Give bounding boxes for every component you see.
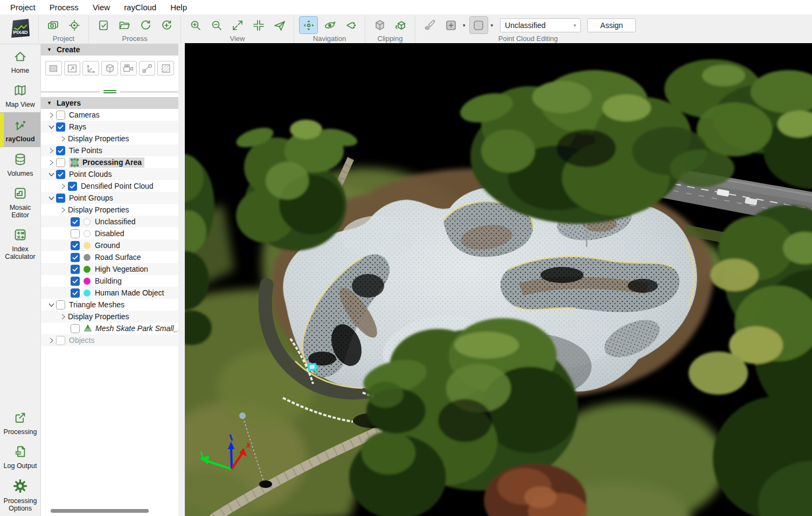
visibility-checkbox[interactable] <box>56 111 65 120</box>
layer-row-densified-point-cloud[interactable]: Densified Point Cloud <box>41 180 178 192</box>
process-check-button[interactable] <box>94 16 113 34</box>
sidebar-item-map-view[interactable]: Map View <box>0 78 40 112</box>
layer-row-human-made-object[interactable]: Human Made Object <box>41 287 178 299</box>
layer-row-ground[interactable]: Ground <box>41 239 178 251</box>
layer-row-unclassified[interactable]: Unclassified <box>41 216 178 228</box>
zoom-in-button[interactable] <box>186 16 205 34</box>
chevron-down-icon[interactable] <box>47 123 56 130</box>
select-rect-button[interactable] <box>469 16 488 34</box>
layer-row-point-groups[interactable]: Point Groups <box>41 192 178 204</box>
chevron-right-icon[interactable] <box>47 337 56 344</box>
layer-row-building[interactable]: Building <box>41 275 178 287</box>
chevron-right-icon[interactable] <box>59 207 68 214</box>
menu-item-process[interactable]: Process <box>43 1 86 14</box>
zoom-out-button[interactable] <box>207 16 226 34</box>
layer-row-objects[interactable]: Objects <box>41 334 178 346</box>
layer-row-triangle-meshes[interactable]: Triangle Meshes <box>41 299 178 311</box>
create-tool-c-polyline-button[interactable] <box>139 61 156 75</box>
layers-panel-header[interactable]: ▼ Layers <box>41 97 178 109</box>
gcp-marker[interactable] <box>307 363 317 371</box>
select-plus-button[interactable] <box>441 16 460 34</box>
visibility-checkbox[interactable] <box>68 182 77 191</box>
select-plus-dropdown-arrow-icon[interactable]: ▾ <box>462 23 467 28</box>
visibility-checkbox[interactable] <box>71 288 80 298</box>
create-tool-c-surface-button[interactable] <box>157 61 174 75</box>
visibility-checkbox[interactable] <box>71 253 80 262</box>
expand-button[interactable] <box>228 16 247 34</box>
visibility-checkbox[interactable] <box>71 217 80 226</box>
horizontal-scrollbar[interactable] <box>41 506 178 516</box>
sidebar-item-processing-options[interactable]: Processing Options <box>0 473 40 516</box>
chevron-down-icon[interactable] <box>47 195 56 202</box>
look-button[interactable] <box>341 16 360 34</box>
menu-item-help[interactable]: Help <box>163 1 194 14</box>
sidebar-item-raycloud[interactable]: rayCloud <box>0 112 40 147</box>
visibility-checkbox[interactable] <box>56 336 65 345</box>
layer-row-mesh-skate-park-small-s[interactable]: Mesh Skate Park Small_s <box>41 322 178 334</box>
assign-button[interactable]: Assign <box>587 18 636 32</box>
sidebar-item-index-calculator[interactable]: Index Calculator <box>0 223 40 264</box>
create-tool-c-axes-button[interactable] <box>82 61 99 75</box>
sidebar-item-home[interactable]: Home <box>0 44 40 78</box>
menu-item-raycloud[interactable]: rayCloud <box>117 1 163 14</box>
layer-row-cameras[interactable]: Cameras <box>41 109 178 121</box>
visibility-checkbox[interactable] <box>71 241 80 250</box>
fly-button[interactable] <box>270 16 289 34</box>
chevron-right-icon[interactable] <box>47 147 56 154</box>
chevron-right-icon[interactable] <box>59 135 68 142</box>
visibility-checkbox[interactable] <box>56 158 65 167</box>
layer-row-display-properties[interactable]: Display Properties <box>41 204 178 216</box>
menu-item-view[interactable]: View <box>86 1 117 14</box>
layer-row-disabled[interactable]: Disabled <box>41 228 178 239</box>
visibility-checkbox[interactable] <box>56 300 65 309</box>
open-results-button[interactable] <box>115 16 134 34</box>
visibility-checkbox[interactable] <box>56 122 65 132</box>
layer-row-high-vegetation[interactable]: High Vegetation <box>41 263 178 275</box>
sidebar-item-mosaic-editor[interactable]: Mosaic Editor <box>0 181 40 223</box>
classification-select[interactable]: Unclassified▾ <box>500 18 581 32</box>
layer-row-display-properties[interactable]: Display Properties <box>41 133 178 145</box>
visibility-checkbox[interactable] <box>56 146 65 155</box>
panel-splitter[interactable] <box>41 88 178 95</box>
clip-edit-button[interactable] <box>391 16 410 34</box>
visibility-checkbox[interactable] <box>56 194 65 203</box>
chevron-down-icon[interactable] <box>47 171 56 178</box>
menu-item-project[interactable]: Project <box>3 1 43 14</box>
project-images-button[interactable] <box>44 16 63 34</box>
layer-row-display-properties[interactable]: Display Properties <box>41 311 178 322</box>
visibility-checkbox[interactable] <box>71 277 80 286</box>
chevron-right-icon[interactable] <box>47 159 56 166</box>
visibility-checkbox[interactable] <box>56 170 65 179</box>
create-tool-c-camera-button[interactable] <box>120 61 137 75</box>
sidebar-item-processing[interactable]: Processing <box>0 405 40 439</box>
pan-button[interactable] <box>299 16 318 34</box>
sidebar-item-log-output[interactable]: LOGLog Output <box>0 439 40 473</box>
sidebar-item-volumes[interactable]: Volumes <box>0 147 40 181</box>
visibility-checkbox[interactable] <box>71 229 80 238</box>
create-tool-c-select-button[interactable] <box>45 61 62 75</box>
edit-brush-button[interactable] <box>420 16 439 34</box>
chevron-right-icon[interactable] <box>59 313 68 320</box>
viewport-3d[interactable]: x <box>185 43 812 516</box>
layer-row-road-surface[interactable]: Road Surface <box>41 251 178 263</box>
chevron-down-icon[interactable] <box>47 301 56 308</box>
layer-row-processing-area[interactable]: Processing Area <box>41 156 178 168</box>
clip-box-button[interactable] <box>370 16 389 34</box>
create-tool-c-cube-button[interactable] <box>101 61 118 75</box>
chevron-right-icon[interactable] <box>47 112 56 119</box>
gcp-target-button[interactable] <box>65 16 84 34</box>
chevron-right-icon[interactable] <box>59 183 68 190</box>
create-panel-header[interactable]: ▼ Create <box>41 44 178 56</box>
layer-row-point-clouds[interactable]: Point Clouds <box>41 168 178 180</box>
focus-button[interactable] <box>249 16 268 34</box>
visibility-checkbox[interactable] <box>71 324 80 333</box>
select-rect-dropdown-arrow-icon[interactable]: ▾ <box>490 23 495 28</box>
visibility-checkbox[interactable] <box>71 265 80 274</box>
reprocess-button[interactable] <box>136 16 155 34</box>
orbit-button[interactable] <box>320 16 339 34</box>
scrollbar-thumb[interactable] <box>51 509 149 513</box>
layer-row-rays[interactable]: Rays <box>41 121 178 133</box>
layer-row-tie-points[interactable]: Tie Points <box>41 145 178 156</box>
create-tool-c-scale-button[interactable] <box>64 61 81 75</box>
reoptimize-button[interactable] <box>157 16 176 34</box>
